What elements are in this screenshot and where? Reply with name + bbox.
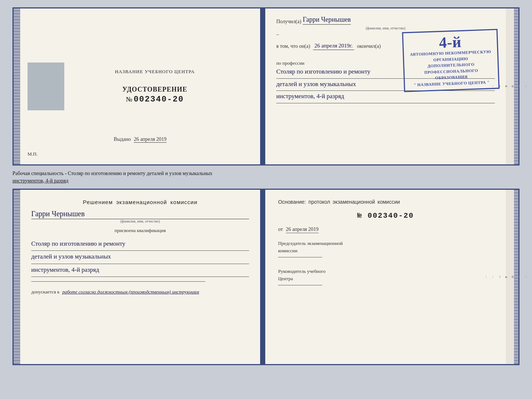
profession-line3: инструментов, 4-й разряд <box>276 91 495 103</box>
resheniem-text: Решением экзаменационной комиссии <box>31 199 249 205</box>
udostoverenie-block: УДОСТОВЕРЕНИЕ № 002340-20 <box>122 86 187 104</box>
cert-bottom-left: Решением экзаменационной комиссии Гарри … <box>20 190 261 364</box>
qual-block: Столяр по изготовлению и ремонту деталей… <box>31 238 249 277</box>
right-strip-bottom-deco <box>514 190 518 364</box>
strip-dash-b4: – <box>491 276 496 278</box>
predsedatel-line1: Председатель экзаменационной <box>278 240 493 247</box>
ot-date-val: 26 апреля 2019 <box>286 227 319 233</box>
name-bottom-block: Гарри Чернышев (фамилия, имя, отчество) <box>31 210 249 223</box>
ot-date-block: от 26 апреля 2019 <box>278 227 493 233</box>
stamp-line2: ДОПОЛНИТЕЛЬНОГО ПРОФЕССИОНАЛЬНОГО ОБРАЗО… <box>408 61 495 82</box>
left-strip-top <box>14 8 20 164</box>
vydano-block: Выдано 26 апреля 2019 <box>114 136 167 142</box>
protocol-number: № 002340-20 <box>278 211 493 220</box>
udostoverenie-label: УДОСТОВЕРЕНИЕ <box>122 86 187 93</box>
cert-title-top: НАЗВАНИЕ УЧЕБНОГО ЦЕНТРА <box>115 69 195 75</box>
strip-ya-b: я <box>504 276 509 278</box>
cert-top-right: Получил(а) Гарри Чернышев (фамилия, имя,… <box>265 8 506 164</box>
middle-text: Рабочая специальность - Столяр по изгото… <box>12 170 520 184</box>
document-wrapper: НАЗВАНИЕ УЧЕБНОГО ЦЕНТРА УДОСТОВЕРЕНИЕ №… <box>12 7 520 365</box>
rukovoditel-line2: Центра <box>278 275 493 282</box>
right-strip-bottom: – – – и я ← – – <box>506 190 514 364</box>
qual-line1: Столяр по изготовлению и ремонту <box>31 238 249 251</box>
dopuskaetsya-italic: работе согласно должностным (производств… <box>62 289 199 295</box>
cert-top-inner: НАЗВАНИЕ УЧЕБНОГО ЦЕНТРА УДОСТОВЕРЕНИЕ №… <box>20 8 506 164</box>
cert-bottom: Решением экзаменационной комиссии Гарри … <box>12 189 520 365</box>
fio-subtitle-bottom: (фамилия, имя, отчество) <box>31 219 249 223</box>
protocol-num: 002340-20 <box>367 211 414 220</box>
cert-bottom-inner: Решением экзаменационной комиссии Гарри … <box>20 190 506 364</box>
stamp-overlay: 4-й АВТОНОМНУЮ НЕКОММЕРЧЕСКУЮ ОРГАНИЗАЦИ… <box>402 29 500 92</box>
predsedatel-signature <box>278 257 322 257</box>
osnovanie-text: Основание: протокол экзаменационной коми… <box>278 199 493 205</box>
strip-dash-1: – <box>524 85 529 88</box>
cert-top: НАЗВАНИЕ УЧЕБНОГО ЦЕНТРА УДОСТОВЕРЕНИЕ №… <box>12 7 520 165</box>
name-top-right: Гарри Чернышев <box>303 16 351 25</box>
qual-line2: деталей и узлов музыкальных <box>31 251 249 264</box>
photo-placeholder <box>28 63 64 110</box>
name-bottom: Гарри Чернышев <box>31 210 249 219</box>
vydano-label: Выдано <box>114 136 131 142</box>
number-prefix-top: № <box>126 96 132 103</box>
strip-dash-b5: – <box>485 276 489 278</box>
predsedatel-line2: комиссии <box>278 247 493 254</box>
okonchil-text: окончил(а) <box>357 43 381 49</box>
protocol-prefix: № <box>357 211 362 220</box>
middle-text-line2: инструментов, 4-й разряд <box>12 178 68 184</box>
fio-subtitle-top: (фамилия, имя, отчество) <box>276 26 495 30</box>
rukovoditel-block: Руководитель учебного Центра <box>278 268 493 285</box>
cert-bottom-right: Основание: протокол экзаменационной коми… <box>265 190 506 364</box>
prisvoena-text: присвоена квалификация <box>31 228 249 234</box>
mp-label: М.П. <box>28 151 37 157</box>
spine-divider-bottom <box>261 190 265 364</box>
vydano-date: 26 апреля 2019 <box>134 136 166 143</box>
poluchil-prefix: Получил(а) <box>276 19 301 25</box>
predsedatel-block: Председатель экзаменационной комиссии <box>278 240 493 257</box>
cert-number-top: 002340-20 <box>134 95 184 104</box>
right-strip-top-deco <box>514 8 518 164</box>
left-strip-bottom <box>14 190 20 364</box>
dash-top: – <box>276 32 279 38</box>
strip-dash-b2: – <box>524 276 529 278</box>
cert-top-left: НАЗВАНИЕ УЧЕБНОГО ЦЕНТРА УДОСТОВЕРЕНИЕ №… <box>20 8 261 164</box>
strip-arrow-b: ← <box>498 275 502 279</box>
qual-line3: инструментов, 4-й разряд <box>31 264 249 277</box>
ot-prefix: от <box>278 227 283 232</box>
rukovoditel-signature <box>278 285 322 285</box>
right-strip-top: – – и я ← – <box>506 8 514 164</box>
vtom-prefix: в том, что он(а) <box>276 43 310 49</box>
dopuskaetsya-block: допускается к работе согласно должностны… <box>31 289 249 295</box>
spine-divider-top <box>261 8 265 164</box>
middle-text-line1: Рабочая специальность - Столяр по изгото… <box>12 171 212 176</box>
vtom-date: 26 апреля 2019г. <box>313 43 354 50</box>
dopuskaetsya-prefix: допускается к <box>31 289 60 295</box>
rukovoditel-line1: Руководитель учебного <box>278 268 493 275</box>
